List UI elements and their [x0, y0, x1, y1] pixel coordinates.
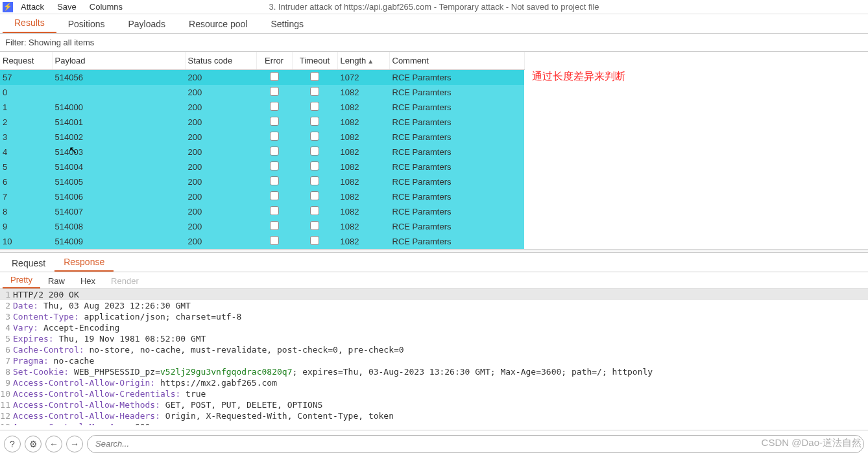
- tab-settings[interactable]: Settings: [259, 15, 315, 33]
- timeout-checkbox: [310, 206, 319, 215]
- settings-button[interactable]: ⚙: [25, 436, 42, 452]
- code-line[interactable]: 8Set-Cookie: WEB_PHPSESSID_pz=v52lj29gu3…: [0, 366, 868, 377]
- line-number: 10: [0, 388, 13, 399]
- cell: 1082: [337, 234, 389, 249]
- tab-results[interactable]: Results: [3, 14, 56, 33]
- code-line[interactable]: 10Access-Control-Allow-Credentials: true: [0, 388, 868, 399]
- table-row[interactable]: 105140092001082RCE Paramters: [0, 234, 524, 249]
- error-checkbox: [270, 206, 279, 215]
- col-status-code[interactable]: Status code: [185, 52, 256, 70]
- code-content: HTTP/2 200 OK: [13, 289, 79, 300]
- cell: [292, 130, 337, 145]
- nav-forward-button[interactable]: →: [66, 436, 83, 452]
- error-checkbox: [270, 102, 279, 111]
- cell: 514008: [52, 219, 185, 234]
- view-tab-render[interactable]: Render: [103, 274, 147, 288]
- cell: [256, 70, 292, 86]
- table-row[interactable]: 65140052001082RCE Paramters: [0, 174, 524, 189]
- cell: 7: [0, 189, 52, 204]
- timeout-checkbox: [310, 146, 319, 156]
- code-content: Access-Control-Allow-Methods: GET, POST,…: [13, 399, 322, 410]
- cell: RCE Paramters: [389, 234, 524, 249]
- menu-save[interactable]: Save: [57, 2, 77, 12]
- menu-attack[interactable]: Attack: [21, 2, 44, 12]
- code-line[interactable]: 11Access-Control-Allow-Methods: GET, POS…: [0, 399, 868, 410]
- cell: 1082: [337, 219, 389, 234]
- msg-tab-response[interactable]: Response: [54, 253, 114, 272]
- search-input[interactable]: [95, 439, 856, 449]
- col-comment[interactable]: Comment: [389, 52, 524, 70]
- code-line[interactable]: 6Cache-Control: no-store, no-cache, must…: [0, 344, 868, 355]
- error-checkbox: [270, 87, 279, 96]
- cell: [292, 85, 337, 100]
- cell: 200: [185, 204, 256, 219]
- table-row[interactable]: 85140072001082RCE Paramters: [0, 204, 524, 219]
- cell: 4: [0, 145, 52, 159]
- col-request[interactable]: Request: [0, 52, 52, 70]
- results-table[interactable]: RequestPayloadStatus codeErrorTimeoutLen…: [0, 52, 525, 249]
- cell: 1082: [337, 174, 389, 189]
- filter-bar[interactable]: Filter: Showing all items: [0, 34, 868, 52]
- cell: RCE Paramters: [389, 115, 524, 130]
- tab-positions[interactable]: Positions: [56, 15, 117, 33]
- table-row[interactable]: 55140042001082RCE Paramters: [0, 159, 524, 174]
- line-number: 1: [0, 289, 13, 300]
- code-line[interactable]: 9Access-Control-Allow-Origin: https://mx…: [0, 377, 868, 388]
- nav-back-button[interactable]: ←: [45, 436, 62, 452]
- line-number: 6: [0, 344, 13, 355]
- view-tab-pretty[interactable]: Pretty: [3, 272, 40, 288]
- cell: [292, 70, 337, 86]
- table-row[interactable]: 575140562001072RCE Paramters: [0, 70, 524, 86]
- line-number: 2: [0, 300, 13, 311]
- cell: 1082: [337, 100, 389, 115]
- cell: RCE Paramters: [389, 100, 524, 115]
- response-viewer[interactable]: 1HTTP/2 200 OK2Date: Thu, 03 Aug 2023 12…: [0, 289, 868, 425]
- cell: RCE Paramters: [389, 130, 524, 145]
- table-row[interactable]: 25140012001082RCE Paramters: [0, 115, 524, 130]
- col-error[interactable]: Error: [256, 52, 292, 70]
- cell: 200: [185, 219, 256, 234]
- menu-columns[interactable]: Columns: [90, 2, 123, 12]
- col-payload[interactable]: Payload: [52, 52, 185, 70]
- cell: 200: [185, 100, 256, 115]
- timeout-checkbox: [310, 72, 319, 81]
- table-row[interactable]: 75140062001082RCE Paramters: [0, 189, 524, 204]
- error-checkbox: [270, 72, 279, 81]
- msg-tab-request[interactable]: Request: [3, 255, 54, 272]
- table-row[interactable]: 02001082RCE Paramters: [0, 85, 524, 100]
- search-box[interactable]: [87, 435, 864, 453]
- line-number: 4: [0, 322, 13, 333]
- view-tab-hex[interactable]: Hex: [73, 274, 103, 288]
- sort-asc-icon: ▲: [367, 58, 374, 65]
- table-row[interactable]: 15140002001082RCE Paramters: [0, 100, 524, 115]
- code-content: Cache-Control: no-store, no-cache, must-…: [13, 344, 404, 355]
- cell: 200: [185, 70, 256, 86]
- code-content: Access-Control-Allow-Credentials: true: [13, 388, 206, 399]
- col-timeout[interactable]: Timeout: [292, 52, 337, 70]
- cell: 200: [185, 174, 256, 189]
- code-line[interactable]: 1HTTP/2 200 OK: [0, 289, 868, 300]
- tab-payloads[interactable]: Payloads: [117, 15, 178, 33]
- timeout-checkbox: [310, 191, 319, 200]
- table-row[interactable]: 45140032001082RCE Paramters: [0, 145, 524, 159]
- code-line[interactable]: 5Expires: Thu, 19 Nov 1981 08:52:00 GMT: [0, 333, 868, 344]
- code-line[interactable]: 7Pragma: no-cache: [0, 355, 868, 366]
- cell: [256, 189, 292, 204]
- cell: 9: [0, 219, 52, 234]
- tab-resource-pool[interactable]: Resource pool: [177, 15, 259, 33]
- help-button[interactable]: ?: [4, 436, 21, 452]
- code-line[interactable]: 12Access-Control-Allow-Headers: Origin, …: [0, 410, 868, 421]
- table-row[interactable]: 95140082001082RCE Paramters: [0, 219, 524, 234]
- cell: 1082: [337, 204, 389, 219]
- view-tab-raw[interactable]: Raw: [40, 274, 73, 288]
- code-line[interactable]: 3Content-Type: application/json; charset…: [0, 311, 868, 322]
- code-line[interactable]: 13Access-Control-Max-Age: 600: [0, 421, 868, 425]
- code-line[interactable]: 2Date: Thu, 03 Aug 2023 12:26:30 GMT: [0, 300, 868, 311]
- code-line[interactable]: 4Vary: Accept-Encoding: [0, 322, 868, 333]
- col-length[interactable]: Length▲: [337, 52, 389, 70]
- cell: [292, 234, 337, 249]
- error-checkbox: [270, 146, 279, 156]
- table-row[interactable]: 35140022001082RCE Paramters: [0, 130, 524, 145]
- cell: 514002: [52, 130, 185, 145]
- cell: 1082: [337, 130, 389, 145]
